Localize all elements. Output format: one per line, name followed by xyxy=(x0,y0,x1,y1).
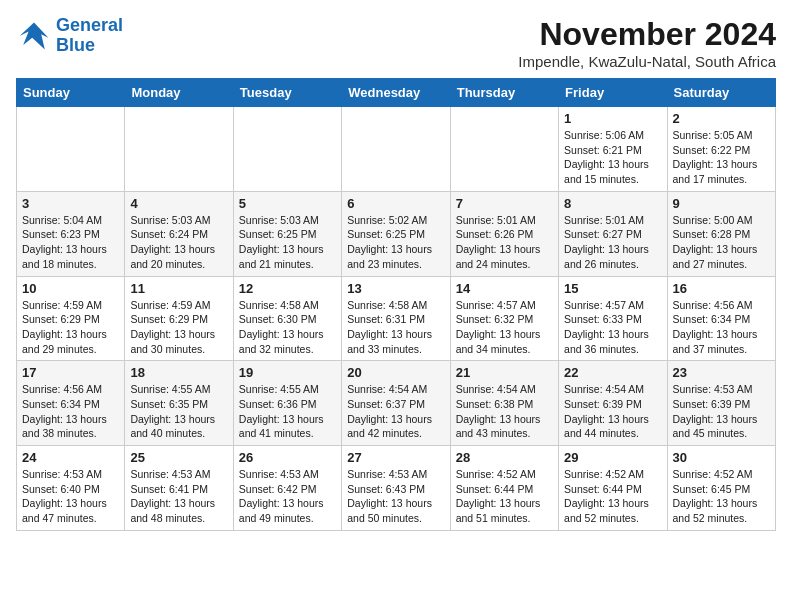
day-number: 20 xyxy=(347,365,444,380)
day-info: Sunrise: 4:52 AM Sunset: 6:45 PM Dayligh… xyxy=(673,467,770,526)
day-number: 14 xyxy=(456,281,553,296)
day-number: 27 xyxy=(347,450,444,465)
day-cell: 3Sunrise: 5:04 AM Sunset: 6:23 PM Daylig… xyxy=(17,191,125,276)
weekday-header-row: SundayMondayTuesdayWednesdayThursdayFrid… xyxy=(17,79,776,107)
day-number: 8 xyxy=(564,196,661,211)
day-number: 15 xyxy=(564,281,661,296)
day-cell: 19Sunrise: 4:55 AM Sunset: 6:36 PM Dayli… xyxy=(233,361,341,446)
day-info: Sunrise: 4:54 AM Sunset: 6:39 PM Dayligh… xyxy=(564,382,661,441)
day-info: Sunrise: 4:55 AM Sunset: 6:36 PM Dayligh… xyxy=(239,382,336,441)
day-info: Sunrise: 4:52 AM Sunset: 6:44 PM Dayligh… xyxy=(456,467,553,526)
day-cell: 12Sunrise: 4:58 AM Sunset: 6:30 PM Dayli… xyxy=(233,276,341,361)
day-number: 21 xyxy=(456,365,553,380)
day-info: Sunrise: 5:02 AM Sunset: 6:25 PM Dayligh… xyxy=(347,213,444,272)
day-cell: 27Sunrise: 4:53 AM Sunset: 6:43 PM Dayli… xyxy=(342,446,450,531)
day-cell xyxy=(125,107,233,192)
day-info: Sunrise: 4:56 AM Sunset: 6:34 PM Dayligh… xyxy=(22,382,119,441)
weekday-header-saturday: Saturday xyxy=(667,79,775,107)
day-info: Sunrise: 4:54 AM Sunset: 6:38 PM Dayligh… xyxy=(456,382,553,441)
day-info: Sunrise: 4:53 AM Sunset: 6:41 PM Dayligh… xyxy=(130,467,227,526)
day-number: 13 xyxy=(347,281,444,296)
day-number: 24 xyxy=(22,450,119,465)
day-info: Sunrise: 4:58 AM Sunset: 6:30 PM Dayligh… xyxy=(239,298,336,357)
day-info: Sunrise: 5:00 AM Sunset: 6:28 PM Dayligh… xyxy=(673,213,770,272)
day-number: 12 xyxy=(239,281,336,296)
weekday-header-friday: Friday xyxy=(559,79,667,107)
day-cell xyxy=(233,107,341,192)
day-info: Sunrise: 5:03 AM Sunset: 6:25 PM Dayligh… xyxy=(239,213,336,272)
day-number: 19 xyxy=(239,365,336,380)
day-cell: 20Sunrise: 4:54 AM Sunset: 6:37 PM Dayli… xyxy=(342,361,450,446)
day-number: 1 xyxy=(564,111,661,126)
day-info: Sunrise: 5:01 AM Sunset: 6:27 PM Dayligh… xyxy=(564,213,661,272)
day-cell: 11Sunrise: 4:59 AM Sunset: 6:29 PM Dayli… xyxy=(125,276,233,361)
day-cell: 25Sunrise: 4:53 AM Sunset: 6:41 PM Dayli… xyxy=(125,446,233,531)
day-number: 9 xyxy=(673,196,770,211)
day-number: 10 xyxy=(22,281,119,296)
day-info: Sunrise: 4:52 AM Sunset: 6:44 PM Dayligh… xyxy=(564,467,661,526)
week-row-5: 24Sunrise: 4:53 AM Sunset: 6:40 PM Dayli… xyxy=(17,446,776,531)
day-cell: 21Sunrise: 4:54 AM Sunset: 6:38 PM Dayli… xyxy=(450,361,558,446)
day-number: 2 xyxy=(673,111,770,126)
day-number: 16 xyxy=(673,281,770,296)
week-row-2: 3Sunrise: 5:04 AM Sunset: 6:23 PM Daylig… xyxy=(17,191,776,276)
day-number: 11 xyxy=(130,281,227,296)
week-row-3: 10Sunrise: 4:59 AM Sunset: 6:29 PM Dayli… xyxy=(17,276,776,361)
day-cell: 14Sunrise: 4:57 AM Sunset: 6:32 PM Dayli… xyxy=(450,276,558,361)
day-info: Sunrise: 4:55 AM Sunset: 6:35 PM Dayligh… xyxy=(130,382,227,441)
calendar-table: SundayMondayTuesdayWednesdayThursdayFrid… xyxy=(16,78,776,531)
day-number: 22 xyxy=(564,365,661,380)
day-info: Sunrise: 5:01 AM Sunset: 6:26 PM Dayligh… xyxy=(456,213,553,272)
day-info: Sunrise: 5:03 AM Sunset: 6:24 PM Dayligh… xyxy=(130,213,227,272)
day-cell xyxy=(17,107,125,192)
day-cell: 18Sunrise: 4:55 AM Sunset: 6:35 PM Dayli… xyxy=(125,361,233,446)
day-cell: 13Sunrise: 4:58 AM Sunset: 6:31 PM Dayli… xyxy=(342,276,450,361)
title-block: November 2024 Impendle, KwaZulu-Natal, S… xyxy=(518,16,776,70)
page-header: GeneralBlue November 2024 Impendle, KwaZ… xyxy=(16,16,776,70)
location-subtitle: Impendle, KwaZulu-Natal, South Africa xyxy=(518,53,776,70)
day-cell: 7Sunrise: 5:01 AM Sunset: 6:26 PM Daylig… xyxy=(450,191,558,276)
day-info: Sunrise: 4:56 AM Sunset: 6:34 PM Dayligh… xyxy=(673,298,770,357)
weekday-header-tuesday: Tuesday xyxy=(233,79,341,107)
day-number: 6 xyxy=(347,196,444,211)
week-row-1: 1Sunrise: 5:06 AM Sunset: 6:21 PM Daylig… xyxy=(17,107,776,192)
day-cell: 5Sunrise: 5:03 AM Sunset: 6:25 PM Daylig… xyxy=(233,191,341,276)
day-info: Sunrise: 5:05 AM Sunset: 6:22 PM Dayligh… xyxy=(673,128,770,187)
day-info: Sunrise: 4:58 AM Sunset: 6:31 PM Dayligh… xyxy=(347,298,444,357)
day-cell xyxy=(342,107,450,192)
logo-icon xyxy=(16,18,52,54)
day-number: 5 xyxy=(239,196,336,211)
day-info: Sunrise: 4:57 AM Sunset: 6:32 PM Dayligh… xyxy=(456,298,553,357)
weekday-header-sunday: Sunday xyxy=(17,79,125,107)
day-cell xyxy=(450,107,558,192)
weekday-header-wednesday: Wednesday xyxy=(342,79,450,107)
day-cell: 23Sunrise: 4:53 AM Sunset: 6:39 PM Dayli… xyxy=(667,361,775,446)
day-info: Sunrise: 4:53 AM Sunset: 6:43 PM Dayligh… xyxy=(347,467,444,526)
day-info: Sunrise: 4:53 AM Sunset: 6:39 PM Dayligh… xyxy=(673,382,770,441)
month-title: November 2024 xyxy=(518,16,776,53)
day-info: Sunrise: 5:06 AM Sunset: 6:21 PM Dayligh… xyxy=(564,128,661,187)
day-info: Sunrise: 4:57 AM Sunset: 6:33 PM Dayligh… xyxy=(564,298,661,357)
logo: GeneralBlue xyxy=(16,16,123,56)
logo-text: GeneralBlue xyxy=(56,16,123,56)
day-number: 17 xyxy=(22,365,119,380)
svg-marker-0 xyxy=(20,22,49,49)
day-info: Sunrise: 4:54 AM Sunset: 6:37 PM Dayligh… xyxy=(347,382,444,441)
day-info: Sunrise: 4:59 AM Sunset: 6:29 PM Dayligh… xyxy=(130,298,227,357)
day-number: 23 xyxy=(673,365,770,380)
day-info: Sunrise: 4:53 AM Sunset: 6:42 PM Dayligh… xyxy=(239,467,336,526)
day-cell: 9Sunrise: 5:00 AM Sunset: 6:28 PM Daylig… xyxy=(667,191,775,276)
calendar-body: 1Sunrise: 5:06 AM Sunset: 6:21 PM Daylig… xyxy=(17,107,776,531)
day-number: 7 xyxy=(456,196,553,211)
day-cell: 16Sunrise: 4:56 AM Sunset: 6:34 PM Dayli… xyxy=(667,276,775,361)
day-number: 3 xyxy=(22,196,119,211)
day-number: 26 xyxy=(239,450,336,465)
day-cell: 28Sunrise: 4:52 AM Sunset: 6:44 PM Dayli… xyxy=(450,446,558,531)
day-info: Sunrise: 4:53 AM Sunset: 6:40 PM Dayligh… xyxy=(22,467,119,526)
day-cell: 22Sunrise: 4:54 AM Sunset: 6:39 PM Dayli… xyxy=(559,361,667,446)
day-cell: 29Sunrise: 4:52 AM Sunset: 6:44 PM Dayli… xyxy=(559,446,667,531)
day-number: 30 xyxy=(673,450,770,465)
day-cell: 30Sunrise: 4:52 AM Sunset: 6:45 PM Dayli… xyxy=(667,446,775,531)
day-number: 28 xyxy=(456,450,553,465)
day-info: Sunrise: 5:04 AM Sunset: 6:23 PM Dayligh… xyxy=(22,213,119,272)
